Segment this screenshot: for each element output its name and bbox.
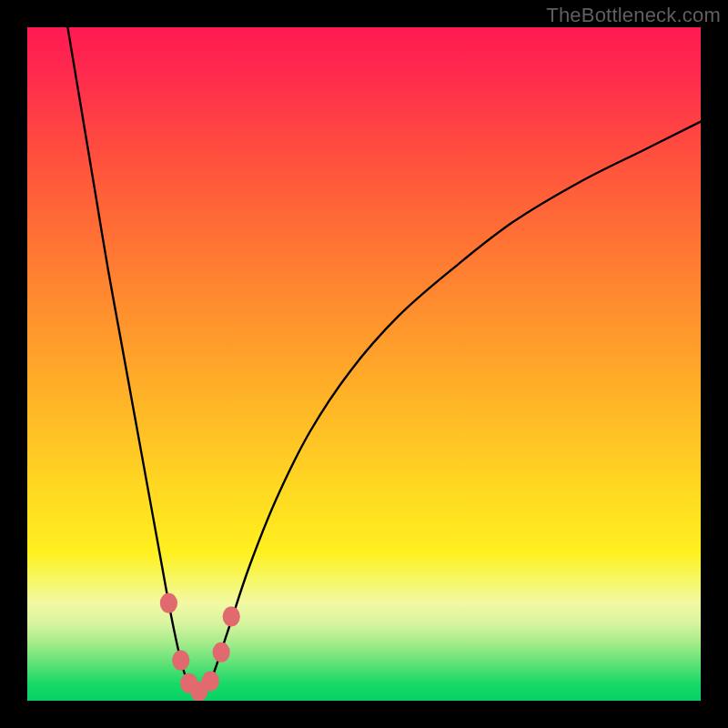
curve-marker xyxy=(202,671,219,691)
chart-background xyxy=(27,27,701,701)
watermark-text: TheBottleneck.com xyxy=(546,4,721,27)
bottleneck-chart xyxy=(27,27,701,701)
curve-marker xyxy=(213,642,230,662)
curve-marker xyxy=(160,593,177,613)
curve-marker xyxy=(223,606,240,626)
curve-marker xyxy=(172,651,189,671)
chart-frame xyxy=(27,27,701,701)
